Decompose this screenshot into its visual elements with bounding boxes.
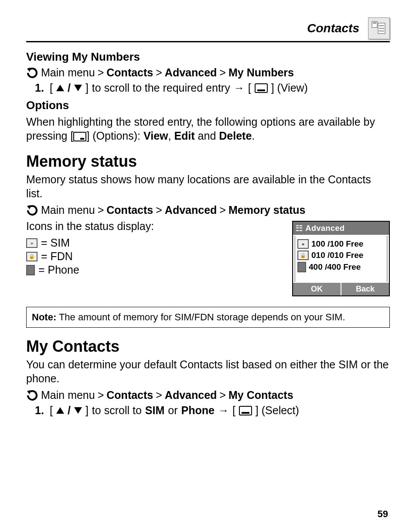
- memory-intro: Memory status shows how many locations a…: [26, 172, 390, 200]
- bracket-open: [: [248, 82, 251, 94]
- memory-heading: Memory status: [26, 152, 390, 171]
- sim-icon: »: [297, 239, 309, 249]
- option-view: View: [143, 130, 168, 142]
- nav-text: Main menu: [41, 204, 95, 216]
- memory-row-phone: 400 /400 Free: [297, 261, 385, 273]
- nav-arrow-icon: [26, 389, 38, 402]
- phone-icon: [297, 262, 306, 272]
- memory-value-phone: 400 /400 Free: [309, 262, 361, 272]
- up-arrow-icon: [56, 407, 64, 414]
- comma: ,: [168, 130, 174, 142]
- nav-arrow-icon: [26, 204, 38, 216]
- softkey-left-icon: [239, 406, 252, 415]
- fdn-icon: 🔒: [26, 252, 38, 261]
- nav-text: Main menu: [41, 66, 95, 79]
- step-text: to scroll to the required entry: [92, 82, 230, 94]
- slash: /: [68, 82, 71, 94]
- nav-contacts: Contacts: [106, 204, 153, 216]
- nav-sep: >: [156, 389, 162, 402]
- nav-contacts: Contacts: [106, 66, 153, 79]
- phone-shot-title-bar: ☷ Advanced: [293, 222, 389, 235]
- nav-sep: >: [98, 389, 104, 402]
- legend-fdn-text: = FDN: [41, 250, 73, 263]
- header-divider: [26, 41, 390, 42]
- mycontacts-step-1: 1. [ / ] to scroll to SIM or Phone → [ ]…: [35, 404, 390, 417]
- phone-shot-title: Advanced: [306, 224, 345, 233]
- down-arrow-icon: [74, 407, 82, 414]
- period: .: [252, 130, 255, 142]
- step-text: to scroll to: [92, 404, 142, 417]
- options-text-2: ] (Options):: [86, 130, 143, 142]
- nav-advanced: Advanced: [165, 66, 217, 79]
- page-header-title: Contacts: [307, 21, 359, 35]
- viewing-heading: Viewing My Numbers: [26, 50, 390, 64]
- legend-phone: = Phone: [26, 264, 283, 276]
- option-edit: Edit: [174, 130, 194, 142]
- viewing-breadcrumb: Main menu > Contacts > Advanced > My Num…: [26, 66, 390, 79]
- step-number: 1.: [35, 82, 46, 94]
- mycontacts-heading: My Contacts: [26, 337, 390, 356]
- nav-mycontacts: My Contacts: [228, 389, 293, 402]
- bracket-close: ]: [85, 404, 89, 417]
- phone-label: Phone: [181, 404, 214, 417]
- phone-icon: [26, 265, 35, 275]
- slash: /: [68, 404, 71, 417]
- note-text: The amount of memory for SIM/FDN storage…: [56, 312, 345, 323]
- nav-advanced: Advanced: [165, 389, 217, 402]
- bracket-open: [: [50, 404, 53, 417]
- step-number: 1.: [35, 404, 46, 417]
- memory-row-fdn: 🔒 010 /010 Free: [297, 250, 385, 261]
- up-arrow-icon: [56, 85, 64, 91]
- nav-sep: >: [219, 204, 226, 216]
- or-text: or: [168, 404, 177, 417]
- step-text-end: ] (View): [271, 82, 308, 94]
- nav-arrow-icon: [26, 67, 38, 79]
- mycontacts-intro: You can determine your default Contacts …: [26, 357, 390, 385]
- bracket-open: [: [50, 82, 53, 94]
- option-delete: Delete: [219, 130, 252, 142]
- legend-fdn: 🔒 = FDN: [26, 250, 283, 263]
- softkey-right-icon: [73, 132, 86, 141]
- down-arrow-icon: [74, 85, 82, 91]
- memory-row-sim: » 100 /100 Free: [297, 238, 385, 250]
- nav-sep: >: [219, 389, 226, 402]
- nav-mynumbers: My Numbers: [228, 66, 294, 79]
- memory-breadcrumb: Main menu > Contacts > Advanced > Memory…: [26, 204, 390, 216]
- nav-sep: >: [98, 66, 104, 79]
- nav-sep: >: [156, 204, 162, 216]
- mycontacts-breadcrumb: Main menu > Contacts > Advanced > My Con…: [26, 389, 390, 402]
- legend-sim: » = SIM: [26, 237, 283, 249]
- nav-memory: Memory status: [228, 204, 305, 216]
- softkey-ok[interactable]: OK: [293, 283, 341, 295]
- phone-screenshot: ☷ Advanced » 100 /100 Free 🔒 010 /010 Fr…: [292, 221, 390, 296]
- fdn-icon: 🔒: [297, 251, 309, 260]
- softkey-left-icon: [255, 83, 268, 93]
- bracket-open: [: [232, 404, 235, 417]
- arrow-right-icon: →: [234, 82, 245, 94]
- icons-label: Icons in the status display:: [26, 219, 283, 233]
- and: and: [195, 130, 219, 142]
- sim-icon: »: [26, 238, 38, 248]
- bracket-close: ]: [85, 82, 89, 94]
- memory-value-fdn: 010 /010 Free: [311, 251, 363, 260]
- step-text-end: ] (Select): [256, 404, 299, 417]
- softkey-back[interactable]: Back: [341, 283, 389, 295]
- page-number: 59: [378, 508, 388, 520]
- options-heading: Options: [26, 99, 390, 112]
- note-box: Note: The amount of memory for SIM/FDN s…: [26, 307, 390, 328]
- nav-text: Main menu: [41, 389, 95, 402]
- nav-sep: >: [156, 66, 162, 79]
- contacts-small-icon: ☷: [296, 223, 303, 233]
- nav-contacts: Contacts: [106, 389, 153, 402]
- note-label: Note:: [32, 312, 56, 323]
- viewing-step-1: 1. [ / ] to scroll to the required entry…: [35, 82, 390, 94]
- nav-sep: >: [219, 66, 226, 79]
- memory-value-sim: 100 /100 Free: [311, 239, 363, 249]
- nav-advanced: Advanced: [165, 204, 217, 216]
- options-text: When highlighting the stored entry, the …: [26, 115, 390, 143]
- nav-sep: >: [98, 204, 104, 216]
- contacts-header-icon: [368, 17, 390, 39]
- sim-label: SIM: [145, 404, 164, 417]
- svg-rect-1: [373, 22, 376, 24]
- legend-sim-text: = SIM: [41, 237, 70, 249]
